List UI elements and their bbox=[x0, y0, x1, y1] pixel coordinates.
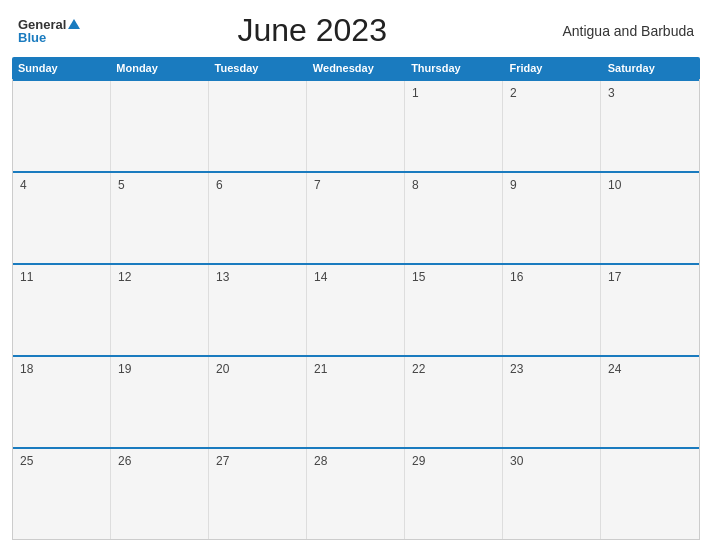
calendar: SundayMondayTuesdayWednesdayThursdayFrid… bbox=[0, 57, 712, 550]
day-number: 7 bbox=[314, 178, 321, 192]
calendar-cell: 28 bbox=[307, 449, 405, 539]
day-number: 24 bbox=[608, 362, 621, 376]
calendar-cell bbox=[601, 449, 699, 539]
calendar-cell: 15 bbox=[405, 265, 503, 355]
day-number: 15 bbox=[412, 270, 425, 284]
day-number: 23 bbox=[510, 362, 523, 376]
day-of-week-header: Tuesday bbox=[209, 57, 307, 79]
day-number: 22 bbox=[412, 362, 425, 376]
day-number: 6 bbox=[216, 178, 223, 192]
calendar-cell: 2 bbox=[503, 81, 601, 171]
day-number: 14 bbox=[314, 270, 327, 284]
day-number: 26 bbox=[118, 454, 131, 468]
calendar-cell: 16 bbox=[503, 265, 601, 355]
calendar-cell: 23 bbox=[503, 357, 601, 447]
calendar-cell: 11 bbox=[13, 265, 111, 355]
calendar-cell bbox=[307, 81, 405, 171]
logo-triangle-icon bbox=[68, 19, 80, 29]
day-number: 16 bbox=[510, 270, 523, 284]
day-of-week-header: Monday bbox=[110, 57, 208, 79]
logo-blue-text: Blue bbox=[18, 31, 46, 44]
calendar-header: SundayMondayTuesdayWednesdayThursdayFrid… bbox=[12, 57, 700, 79]
day-of-week-header: Friday bbox=[503, 57, 601, 79]
calendar-cell: 17 bbox=[601, 265, 699, 355]
day-number: 12 bbox=[118, 270, 131, 284]
day-number: 10 bbox=[608, 178, 621, 192]
day-number: 25 bbox=[20, 454, 33, 468]
day-number: 17 bbox=[608, 270, 621, 284]
calendar-week: 11121314151617 bbox=[13, 263, 699, 355]
day-number: 29 bbox=[412, 454, 425, 468]
day-number: 20 bbox=[216, 362, 229, 376]
calendar-cell: 25 bbox=[13, 449, 111, 539]
day-of-week-header: Sunday bbox=[12, 57, 110, 79]
day-of-week-header: Thursday bbox=[405, 57, 503, 79]
day-number: 13 bbox=[216, 270, 229, 284]
calendar-cell: 27 bbox=[209, 449, 307, 539]
country-label: Antigua and Barbuda bbox=[544, 23, 694, 39]
calendar-cell: 4 bbox=[13, 173, 111, 263]
calendar-title: June 2023 bbox=[80, 12, 544, 49]
logo-general-text: General bbox=[18, 18, 66, 31]
calendar-body: 1234567891011121314151617181920212223242… bbox=[12, 79, 700, 540]
calendar-cell: 5 bbox=[111, 173, 209, 263]
calendar-cell: 21 bbox=[307, 357, 405, 447]
calendar-week: 45678910 bbox=[13, 171, 699, 263]
day-number: 2 bbox=[510, 86, 517, 100]
day-of-week-header: Wednesday bbox=[307, 57, 405, 79]
day-number: 18 bbox=[20, 362, 33, 376]
day-number: 1 bbox=[412, 86, 419, 100]
day-number: 21 bbox=[314, 362, 327, 376]
calendar-cell: 9 bbox=[503, 173, 601, 263]
day-number: 5 bbox=[118, 178, 125, 192]
calendar-cell: 12 bbox=[111, 265, 209, 355]
calendar-cell: 20 bbox=[209, 357, 307, 447]
calendar-cell bbox=[111, 81, 209, 171]
calendar-cell: 26 bbox=[111, 449, 209, 539]
calendar-cell: 13 bbox=[209, 265, 307, 355]
calendar-cell: 3 bbox=[601, 81, 699, 171]
calendar-cell: 30 bbox=[503, 449, 601, 539]
day-number: 28 bbox=[314, 454, 327, 468]
calendar-cell bbox=[209, 81, 307, 171]
calendar-cell: 14 bbox=[307, 265, 405, 355]
calendar-cell: 1 bbox=[405, 81, 503, 171]
day-number: 4 bbox=[20, 178, 27, 192]
day-number: 19 bbox=[118, 362, 131, 376]
calendar-week: 123 bbox=[13, 79, 699, 171]
calendar-cell: 29 bbox=[405, 449, 503, 539]
day-number: 8 bbox=[412, 178, 419, 192]
calendar-cell bbox=[13, 81, 111, 171]
page-header: General Blue June 2023 Antigua and Barbu… bbox=[0, 0, 712, 57]
day-number: 3 bbox=[608, 86, 615, 100]
calendar-cell: 22 bbox=[405, 357, 503, 447]
calendar-week: 18192021222324 bbox=[13, 355, 699, 447]
calendar-cell: 8 bbox=[405, 173, 503, 263]
day-of-week-header: Saturday bbox=[602, 57, 700, 79]
calendar-cell: 24 bbox=[601, 357, 699, 447]
calendar-week: 252627282930 bbox=[13, 447, 699, 539]
calendar-cell: 18 bbox=[13, 357, 111, 447]
calendar-cell: 7 bbox=[307, 173, 405, 263]
day-number: 27 bbox=[216, 454, 229, 468]
calendar-cell: 10 bbox=[601, 173, 699, 263]
logo: General Blue bbox=[18, 18, 80, 44]
calendar-cell: 6 bbox=[209, 173, 307, 263]
calendar-cell: 19 bbox=[111, 357, 209, 447]
day-number: 30 bbox=[510, 454, 523, 468]
day-number: 9 bbox=[510, 178, 517, 192]
day-number: 11 bbox=[20, 270, 33, 284]
